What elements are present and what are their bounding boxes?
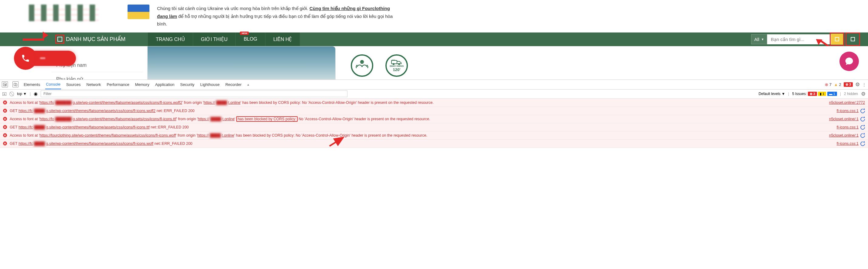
log-message: GET https://fc████g.site/wp-content/them… — [10, 141, 831, 147]
nav-item-home[interactable]: TRANG CHỦ — [148, 32, 193, 46]
devtools-panel: Elements Console Sources Network Perform… — [0, 79, 868, 148]
recorder-preview-icon: ▲ — [247, 83, 250, 86]
chat-icon — [845, 57, 854, 66]
svg-text:$: $ — [362, 61, 363, 63]
error-icon — [3, 116, 8, 123]
reload-icon — [860, 108, 866, 114]
tab-network[interactable]: Network — [86, 80, 102, 89]
more-icon[interactable]: ⋮ — [862, 82, 866, 87]
sidebar-item-women[interactable]: Phụ kiện nữ — [52, 72, 143, 79]
inspect-icon[interactable] — [2, 81, 8, 88]
phone-icon — [14, 47, 37, 70]
toggle-sidebar-icon[interactable] — [2, 92, 6, 96]
tab-elements[interactable]: Elements — [23, 80, 41, 89]
feature-badges: $ GIAO HÀNG 120' — [351, 46, 408, 79]
site-logo-blurred — [29, 5, 99, 21]
banner-suffix: để hỗ trợ những người bị ảnh hưởng trực … — [157, 14, 393, 27]
log-message: GET https://fc████g.site/wp-content/them… — [10, 108, 831, 114]
cart-icon — [851, 37, 855, 41]
nav-items: TRANG CHỦ GIỚI THIỆU BLOG LIÊN HỆ — [148, 32, 300, 46]
error-icon — [3, 141, 8, 147]
eye-icon[interactable]: ◉ — [34, 91, 38, 97]
context-dropdown[interactable]: top ▼ — [17, 92, 27, 96]
cart-button[interactable] — [847, 34, 859, 45]
svg-rect-2 — [392, 60, 397, 64]
tab-console[interactable]: Console — [45, 80, 61, 89]
hamburger-icon — [57, 37, 62, 42]
error-icon — [3, 108, 8, 114]
banner-prefix: Chúng tôi sát cánh cùng Ukraine và ước m… — [157, 6, 309, 11]
console-log-row[interactable]: Access to font at 'https://fo██████g.sit… — [0, 115, 868, 123]
annotation-arrow-left — [23, 33, 44, 45]
device-toggle-icon[interactable] — [12, 81, 19, 88]
console-log-row[interactable]: GET https://fc████g.site/wp-content/them… — [0, 107, 868, 115]
tab-sources[interactable]: Sources — [66, 80, 82, 89]
nav-category-menu[interactable]: DANH MỤC SẢN PHẨM — [53, 36, 130, 42]
tab-security[interactable]: Security — [180, 80, 195, 89]
error-icon — [3, 100, 8, 106]
console-log-list: Access to font at 'https://fo██████g.sit… — [0, 99, 868, 148]
console-log-row[interactable]: GET https://fc████g.site/wp-content/them… — [0, 123, 868, 131]
ukraine-banner: Chúng tôi sát cánh cùng Ukraine và ước m… — [128, 5, 412, 28]
page-content: ••• Phụ kiện nam Phụ kiện nữ $ GIAO HÀNG… — [0, 46, 868, 79]
hero-banner-image — [147, 46, 336, 79]
search-filter-dropdown[interactable]: All ▼ — [751, 34, 767, 44]
logo-area — [0, 5, 128, 21]
log-source-link[interactable]: fl-icons.css:1 — [831, 108, 865, 114]
hidden-count[interactable]: 2 hidden — [844, 92, 858, 96]
log-source-link[interactable]: fl-icons.css:1 — [831, 141, 865, 147]
console-log-row[interactable]: Access to font at 'https://fo██████g.sit… — [0, 99, 868, 107]
console-settings-icon[interactable]: ⚙ — [861, 91, 866, 97]
call-widget[interactable]: ••• — [15, 51, 76, 66]
nav-category-label: DANH MỤC SẢN PHẨM — [66, 36, 125, 42]
chat-button[interactable] — [839, 52, 859, 71]
extension-error-badge[interactable]: ⊗ 3 — [844, 82, 853, 87]
clear-console-icon[interactable] — [9, 92, 14, 96]
banner-text: Chúng tôi sát cánh cùng Ukraine và ước m… — [157, 5, 394, 28]
phone-number-masked: ••• — [40, 56, 45, 61]
tab-performance[interactable]: Performance — [106, 80, 130, 89]
devtools-right: ⊗ 7 ▲ 2 ⊗ 3 ⚙ ⋮ — [825, 81, 866, 88]
error-count[interactable]: ⊗ 7 — [825, 82, 832, 87]
reload-icon — [860, 141, 866, 147]
log-source-link[interactable]: n5closet.online/:2772 — [823, 100, 865, 106]
svg-rect-7 — [16, 84, 17, 86]
console-toolbar: top ▼ | ◉ Default levels ▼ | 5 Issues: ⊗… — [0, 90, 868, 99]
ukraine-flag-icon — [128, 5, 149, 19]
console-log-row[interactable]: GET https://fc████g.site/wp-content/them… — [0, 140, 868, 148]
warning-count[interactable]: ▲ 2 — [834, 82, 841, 87]
error-icon — [3, 125, 8, 131]
log-source-link[interactable]: n5closet.online/:1 — [823, 132, 865, 138]
log-message: GET https://fc████g.site/wp-content/them… — [10, 124, 831, 130]
log-message: Access to font at 'https://fo██████g.sit… — [10, 116, 823, 122]
tab-memory[interactable]: Memory — [134, 80, 150, 89]
tab-application[interactable]: Application — [155, 80, 175, 89]
log-message: Access to font at 'https://fo██████g.sit… — [10, 100, 823, 106]
settings-icon[interactable]: ⚙ — [855, 81, 860, 88]
top-banner: Chúng tôi sát cánh cùng Ukraine và ước m… — [0, 0, 868, 32]
log-source-link[interactable]: n5closet.online/:1 — [823, 116, 865, 122]
reload-icon — [860, 132, 866, 139]
nav-item-about[interactable]: GIỚI THIỆU — [193, 32, 236, 46]
tab-recorder[interactable]: Recorder — [225, 80, 242, 89]
devtools-tabs: Elements Console Sources Network Perform… — [0, 80, 868, 90]
chevron-down-icon: ▼ — [761, 38, 764, 41]
levels-dropdown[interactable]: Default levels ▼ — [759, 92, 785, 96]
nav-item-contact[interactable]: LIÊN HỆ — [266, 32, 300, 46]
search-area: All ▼ — [751, 34, 859, 45]
reload-icon — [860, 124, 866, 131]
error-icon — [3, 133, 8, 139]
console-log-row[interactable]: Access to font at 'https://fourclothing.… — [0, 131, 868, 140]
log-message: Access to font at 'https://fourclothing.… — [10, 132, 823, 138]
reload-icon — [860, 116, 866, 122]
issues-summary[interactable]: 5 Issues: ⊗ 3 ▮ 1 ▬ 1 — [792, 92, 837, 96]
nav-item-blog[interactable]: BLOG — [236, 32, 265, 46]
badge-delivery: GIAO HÀNG 120' — [385, 54, 408, 77]
log-source-link[interactable]: fl-icons.css:1 — [831, 124, 865, 130]
console-filter-input[interactable] — [41, 91, 347, 97]
tab-lighthouse[interactable]: Lighthouse — [199, 80, 220, 89]
main-nav-bar: DANH MỤC SẢN PHẨM TRANG CHỦ GIỚI THIỆU B… — [0, 32, 868, 46]
badge-money: $ — [351, 54, 373, 77]
